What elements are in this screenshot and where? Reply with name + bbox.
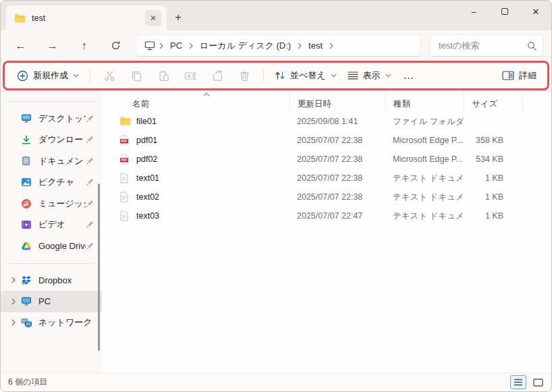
sort-ascending-icon <box>203 92 210 96</box>
cut-icon <box>104 70 115 82</box>
new-button-label: 新規作成 <box>33 69 68 82</box>
pc-icon <box>21 296 32 307</box>
column-header-size[interactable]: サイズ <box>464 92 522 112</box>
file-name: pdf02 <box>136 155 157 164</box>
trash-icon <box>239 70 250 82</box>
details-pane-icon <box>502 71 514 80</box>
rename-button[interactable] <box>177 64 204 87</box>
breadcrumb-chevron-icon <box>185 43 197 49</box>
column-header-type[interactable]: 種類 <box>385 92 464 112</box>
navigation-bar: ← → ↑ PC ローカル ディスク (D:) test <box>1 30 551 61</box>
chevron-right-icon[interactable] <box>6 317 21 328</box>
cut-button[interactable] <box>96 64 123 87</box>
pin-icon <box>86 157 95 166</box>
file-name: text03 <box>136 211 159 221</box>
new-button[interactable]: 新規作成 <box>11 65 84 86</box>
more-options-button[interactable]: … <box>397 69 422 82</box>
google-drive-icon <box>21 240 32 252</box>
sidebar-item-videos[interactable]: ビデオ <box>1 215 102 236</box>
file-modified: 2025/07/07 22:38 <box>289 192 385 202</box>
column-header-end <box>522 92 552 112</box>
search-box[interactable] <box>430 34 543 57</box>
file-size: 358 KB <box>464 136 522 145</box>
breadcrumb-pc[interactable]: PC <box>167 40 185 51</box>
folder-icon <box>119 116 131 128</box>
breadcrumb-chevron-icon <box>155 43 167 49</box>
network-icon <box>21 317 32 329</box>
view-button-label: 表示 <box>363 69 381 82</box>
sidebar-item-google-drive[interactable]: Google Drive <box>1 235 102 257</box>
file-list-header: 名前 更新日時 種類 サイズ <box>109 92 552 112</box>
file-type: Microsoft Edge P... <box>385 136 464 145</box>
sidebar-item-documents[interactable]: ドキュメント <box>1 150 102 172</box>
sidebar-scrollbar[interactable] <box>98 184 100 351</box>
music-icon <box>21 198 32 209</box>
file-row-pdf01[interactable]: PDFpdf01 2025/07/07 22:38 Microsoft Edge… <box>109 131 552 150</box>
breadcrumb-test[interactable]: test <box>306 40 325 51</box>
chevron-down-icon <box>73 74 79 78</box>
sidebar-item-music[interactable]: ミュージック <box>1 193 102 215</box>
file-modified: 2025/07/07 22:38 <box>289 155 385 164</box>
view-toggles <box>510 375 546 389</box>
chevron-right-icon[interactable] <box>6 296 21 307</box>
svg-text:PDF: PDF <box>121 158 127 161</box>
refresh-button[interactable] <box>100 34 132 58</box>
details-pane-button[interactable]: 詳細 <box>497 65 542 86</box>
share-button[interactable] <box>204 64 231 87</box>
file-modified: 2025/07/07 22:47 <box>289 211 385 221</box>
pdf-file-icon: PDF <box>119 154 131 165</box>
folder-icon <box>14 13 26 23</box>
share-icon <box>212 70 223 82</box>
tab-test[interactable]: test ✕ <box>6 5 167 30</box>
view-button[interactable]: 表示 <box>342 65 397 86</box>
back-button[interactable]: ← <box>5 34 36 58</box>
sidebar-item-downloads[interactable]: ダウンロード <box>1 130 102 151</box>
sort-button[interactable]: 並べ替え <box>269 65 342 86</box>
file-type: テキスト ドキュメント <box>385 173 464 184</box>
sidebar-item-dropbox[interactable]: Dropbox <box>1 270 102 291</box>
delete-button[interactable] <box>231 64 258 87</box>
pin-icon <box>86 242 95 251</box>
file-row-text01[interactable]: text01 2025/07/07 22:38 テキスト ドキュメント 1 KB <box>109 169 552 188</box>
sidebar-divider <box>9 263 94 264</box>
desktop-icon <box>21 113 32 124</box>
new-tab-button[interactable]: + <box>167 6 190 29</box>
item-count-label: 6 個の項目 <box>8 376 47 388</box>
sidebar-item-network[interactable]: ネットワーク <box>1 312 102 334</box>
forward-button[interactable]: → <box>36 34 68 58</box>
sidebar-item-pictures[interactable]: ピクチャ <box>1 172 102 194</box>
refresh-icon <box>111 40 121 51</box>
file-row-text03[interactable]: text03 2025/07/07 22:47 テキスト ドキュメント 1 KB <box>109 206 552 225</box>
copy-button[interactable] <box>123 64 150 87</box>
file-row-pdf02[interactable]: PDFpdf02 2025/07/07 22:38 Microsoft Edge… <box>109 150 552 169</box>
column-header-modified[interactable]: 更新日時 <box>289 92 385 112</box>
close-tab-button[interactable]: ✕ <box>145 10 161 26</box>
file-row-file01[interactable]: file01 2025/09/08 1:41 ファイル フォルダー <box>109 112 552 131</box>
large-icons-view-button[interactable] <box>530 375 546 389</box>
videos-icon <box>21 219 32 231</box>
paste-button[interactable] <box>150 64 177 87</box>
file-modified: 2025/07/07 22:38 <box>289 136 385 145</box>
maximize-button[interactable] <box>489 1 520 22</box>
details-view-button[interactable] <box>510 375 526 389</box>
chevron-right-icon[interactable] <box>6 275 21 285</box>
pin-icon <box>86 135 95 144</box>
file-modified: 2025/07/07 22:38 <box>289 173 385 183</box>
sidebar-item-desktop[interactable]: デスクトップ <box>1 108 102 130</box>
address-bar[interactable]: PC ローカル ディスク (D:) test <box>136 34 421 57</box>
this-pc-icon[interactable] <box>144 40 155 51</box>
file-row-text02[interactable]: text02 2025/07/07 22:38 テキスト ドキュメント 1 KB <box>109 188 552 206</box>
sort-icon <box>275 70 285 81</box>
file-name: file01 <box>136 117 157 126</box>
text-file-icon <box>119 211 131 222</box>
sidebar-item-pc[interactable]: PC <box>1 291 102 312</box>
column-header-name[interactable]: 名前 <box>109 92 289 112</box>
search-input[interactable] <box>439 40 527 51</box>
breadcrumb-chevron-icon <box>294 43 306 49</box>
file-type: Microsoft Edge P... <box>385 155 464 164</box>
pdf-file-icon: PDF <box>119 135 131 146</box>
breadcrumb-local-disk-d[interactable]: ローカル ディスク (D:) <box>197 40 294 52</box>
close-window-button[interactable]: ✕ <box>520 1 551 22</box>
minimize-button[interactable]: – <box>458 1 489 22</box>
up-button[interactable]: ↑ <box>68 34 100 58</box>
